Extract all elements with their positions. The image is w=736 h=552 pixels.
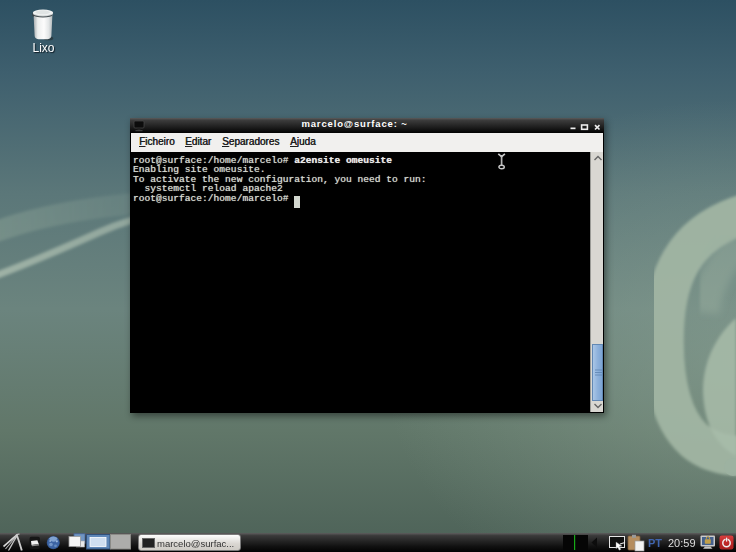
svg-text:20:59: 20:59 — [668, 537, 696, 549]
svg-text:PT: PT — [648, 537, 662, 549]
